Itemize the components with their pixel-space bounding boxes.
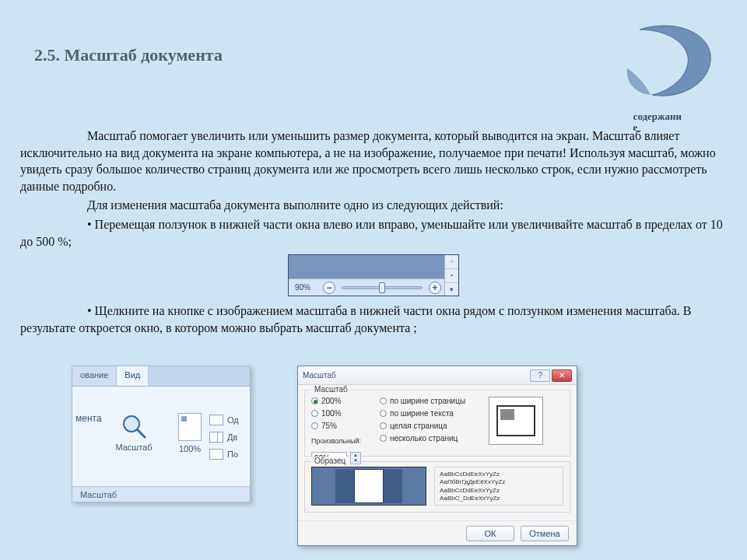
zoom-percent-button[interactable]: 90% <box>289 282 320 293</box>
radio-manypages[interactable]: несколько страниц <box>380 434 482 443</box>
monitor-preview-icon <box>489 397 543 445</box>
radio-200[interactable]: 200% <box>311 397 374 405</box>
cancel-button[interactable]: Отмена <box>521 526 569 541</box>
onepage-label: Од <box>227 415 239 425</box>
scroll-down-stub: ▾ <box>445 283 458 296</box>
ribbon-zoom-label: Масштаб <box>107 443 161 452</box>
ribbon-group-caption: Масштаб <box>72 486 250 502</box>
figure-zoom-slider: ◦ • ▾ 90% − + <box>288 254 459 296</box>
magnifier-icon <box>121 413 147 439</box>
pagewidth-label: По <box>227 450 238 459</box>
close-button[interactable]: ✕ <box>552 369 572 382</box>
group-sample-legend: Образец <box>311 457 349 465</box>
ribbon-tab-view[interactable]: Вид <box>117 366 149 386</box>
bullet-dialog: Щелкните на кнопке с изображением масшта… <box>20 303 727 336</box>
zoom-slider-track[interactable] <box>342 286 423 289</box>
paragraph-instr: Для изменения масштаба документа выполни… <box>20 197 727 214</box>
zoom-out-button[interactable]: − <box>323 282 335 294</box>
help-button[interactable]: ? <box>530 369 550 382</box>
paragraph-intro: Масштаб помогает увеличить или уменьшить… <box>20 128 727 194</box>
ribbon-leftover-text: мента <box>75 413 102 424</box>
ribbon-twopage-button[interactable]: Дв <box>209 432 245 443</box>
twopage-label: Дв <box>227 432 237 442</box>
ok-button[interactable]: ОК <box>466 526 514 541</box>
dialog-title: Масштаб <box>303 371 528 380</box>
zoom-in-button[interactable]: + <box>429 282 441 294</box>
pages-preview <box>311 467 426 506</box>
ribbon-pagewidth-button[interactable]: По <box>209 449 245 460</box>
radio-75[interactable]: 75% <box>311 422 374 430</box>
svg-line-1 <box>138 430 145 437</box>
bullet-slider: Перемещая ползунок в нижней части окна в… <box>20 216 727 250</box>
section-heading: 2.5. Масштаб документа <box>34 45 223 65</box>
radio-pagewidth[interactable]: по ширине страницы <box>380 397 482 405</box>
decorative-ribbon-graphic <box>624 22 717 103</box>
ribbon-onepage-button[interactable]: Од <box>209 415 245 425</box>
onepage-icon <box>209 415 223 425</box>
radio-textwidth[interactable]: по ширине текста <box>380 409 482 418</box>
page-icon <box>178 413 202 441</box>
group-zoom-legend: Масштаб <box>311 385 351 394</box>
radio-100[interactable]: 100% <box>311 409 374 418</box>
font-sample-box: АаBbСсDdEeXxYyZz АаПбВгГдДеЕёXxYyZz АаBb… <box>434 467 563 506</box>
pagewidth-icon <box>209 449 223 460</box>
scroll-mid-stub: • <box>445 269 458 283</box>
body-text: Масштаб помогает увеличить или уменьшить… <box>20 128 727 338</box>
figure-zoom-dialog: Масштаб ? ✕ Масштаб 200% 100% 75% Произв… <box>297 366 577 546</box>
twopage-icon <box>209 432 223 443</box>
zoom-slider-thumb[interactable] <box>379 282 385 293</box>
scroll-up-stub: ◦ <box>445 255 458 269</box>
radio-wholepage[interactable]: целая страница <box>380 422 482 430</box>
ribbon-tab-cut[interactable]: ование <box>72 366 117 386</box>
ribbon-zoom-button[interactable]: Масштаб <box>107 413 161 452</box>
figure-ribbon-zoom-group: ование Вид мента Масштаб 100% Од Дв По М… <box>72 366 251 502</box>
spin-label: Произвольный: <box>311 437 361 445</box>
